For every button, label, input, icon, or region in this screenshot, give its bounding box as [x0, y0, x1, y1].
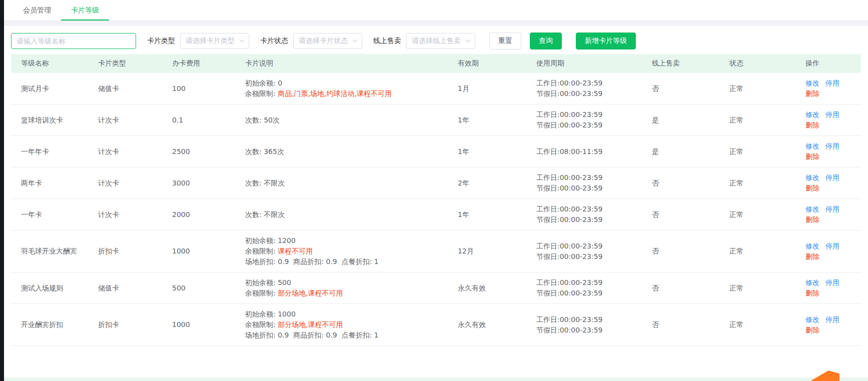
cell-actions: 修改停用删除 — [795, 73, 861, 104]
edit-link[interactable]: 修改 — [805, 316, 819, 324]
edit-link[interactable]: 修改 — [805, 174, 819, 182]
tab-card-level[interactable]: 卡片等级 — [61, 0, 109, 20]
disable-link[interactable]: 停用 — [825, 316, 839, 324]
edit-link[interactable]: 修改 — [805, 278, 819, 286]
table-row: 一年卡 计次卡 2000 次数: 不限次 1年 工作日:00:00-23:59节… — [11, 199, 861, 230]
cell-validity: 1年 — [448, 199, 526, 230]
tab-member-management[interactable]: 会员管理 — [13, 0, 61, 20]
delete-link[interactable]: 删除 — [805, 152, 819, 160]
edit-link[interactable]: 修改 — [805, 79, 819, 87]
cell-online-sale: 是 — [642, 104, 719, 136]
cell-card-type: 计次卡 — [88, 168, 162, 199]
cell-status: 正常 — [719, 136, 795, 168]
edit-link[interactable]: 修改 — [805, 142, 819, 150]
filter-toolbar: 卡片类型 请选择卡片类型 卡片状态 请选择卡片状态 线上售卖 请选择线上售卖 重… — [4, 26, 868, 54]
reset-button[interactable]: 重置 — [489, 32, 521, 50]
card-type-label: 卡片类型 — [147, 36, 175, 46]
delete-link[interactable]: 删除 — [805, 216, 819, 224]
usage-period-line: 工作日:00:00-23:59 — [536, 110, 638, 120]
description-line: 初始余额: 500 — [245, 278, 444, 288]
usage-period-line: 工作日:00:00-23:59 — [536, 241, 638, 252]
cell-online-sale: 否 — [642, 304, 719, 346]
usage-period-line: 节假日:00:00-23:59 — [536, 252, 638, 262]
table-row: 羽毛球开业大酬宾 折扣卡 1000 初始余额: 1200余额限制: 课程不可用场… — [11, 230, 861, 272]
delete-link[interactable]: 删除 — [805, 289, 819, 297]
search-button[interactable]: 查询 — [530, 32, 562, 50]
cell-actions: 修改停用删除 — [795, 104, 861, 136]
column-header: 等级名称 — [11, 54, 88, 73]
table-row: 开业酬宾折扣 折扣卡 1000 初始余额: 1000余额限制: 部分场地,课程不… — [11, 304, 861, 346]
disable-link[interactable]: 停用 — [825, 110, 839, 118]
cell-status: 正常 — [719, 272, 795, 304]
cell-fee: 100 — [162, 73, 235, 104]
online-sale-select[interactable]: 请选择线上售卖 — [406, 33, 475, 49]
cell-card-type: 计次卡 — [88, 136, 162, 168]
cell-status: 正常 — [719, 304, 795, 346]
cell-validity: 1年 — [448, 104, 526, 136]
usage-period-line: 节假日:00:00-23:59 — [536, 88, 638, 99]
cell-fee: 500 — [162, 272, 235, 304]
table-row: 两年卡 计次卡 3000 次数: 不限次 2年 工作日:00:00-23:59节… — [11, 168, 861, 199]
level-name-input[interactable] — [11, 33, 136, 49]
cell-usage-period: 工作日:00:00-23:59节假日:00:00-23:59 — [526, 230, 642, 272]
disable-link[interactable]: 停用 — [825, 205, 839, 213]
cell-validity: 1年 — [448, 136, 526, 168]
cell-online-sale: 否 — [642, 230, 719, 272]
column-header: 状态 — [719, 54, 795, 73]
cell-fee: 2000 — [162, 199, 235, 230]
cell-online-sale: 是 — [642, 136, 719, 168]
next-section-edge — [4, 378, 868, 381]
cell-actions: 修改停用删除 — [795, 199, 861, 230]
cell-level-name: 一年卡 — [11, 199, 88, 230]
cell-description: 初始余额: 1200余额限制: 课程不可用场地折扣: 0.9 商品折扣: 0.9… — [235, 230, 448, 272]
cell-actions: 修改停用删除 — [795, 136, 861, 168]
disable-link[interactable]: 停用 — [825, 242, 839, 250]
usage-period-line: 工作日:00:00-23:59 — [536, 204, 638, 214]
edit-link[interactable]: 修改 — [805, 110, 819, 118]
edit-link[interactable]: 修改 — [805, 205, 819, 213]
disable-link[interactable]: 停用 — [825, 174, 839, 182]
chevron-down-icon — [466, 37, 471, 42]
delete-link[interactable]: 删除 — [805, 184, 819, 192]
disable-link[interactable]: 停用 — [825, 142, 839, 150]
online-sale-select-placeholder: 请选择线上售卖 — [412, 36, 461, 46]
description-line: 余额限制: 课程不可用 — [245, 246, 444, 256]
add-card-level-button[interactable]: 新增卡片等级 — [576, 32, 636, 50]
cell-card-type: 储值卡 — [88, 73, 162, 104]
floating-widget-icon[interactable] — [810, 370, 839, 381]
table-row: 测试月卡 储值卡 100 初始余额: 0余额限制: 商品,门票,场地,约球活动,… — [11, 73, 861, 104]
table-header: 等级名称卡片类型办卡费用卡片说明有效期使用周期线上售卖状态操作 — [11, 54, 861, 73]
column-header: 卡片说明 — [235, 54, 448, 73]
cell-level-name: 测试月卡 — [11, 73, 88, 104]
delete-link[interactable]: 删除 — [805, 252, 819, 260]
column-header: 办卡费用 — [162, 54, 235, 73]
edit-link[interactable]: 修改 — [805, 242, 819, 250]
cell-usage-period: 工作日:00:00-23:59节假日:00:00-23:59 — [526, 272, 642, 304]
disable-link[interactable]: 停用 — [825, 278, 839, 286]
usage-period-line: 节假日:00:00-23:59 — [536, 214, 638, 225]
card-type-select[interactable]: 请选择卡片类型 — [180, 33, 249, 49]
cell-card-type: 计次卡 — [88, 104, 162, 136]
cell-description: 次数: 不限次 — [235, 199, 448, 230]
usage-period-line: 节假日:00:00-23:59 — [536, 120, 638, 130]
delete-link[interactable]: 删除 — [805, 90, 819, 98]
table-row: 篮球培训次卡 计次卡 0.1 次数: 50次 1年 工作日:00:00-23:5… — [11, 104, 861, 136]
cell-description: 次数: 不限次 — [235, 168, 448, 199]
cell-usage-period: 工作日:00:00-23:59节假日:00:00-23:59 — [526, 168, 642, 199]
description-line: 次数: 不限次 — [245, 178, 444, 188]
description-line: 余额限制: 商品,门票,场地,约球活动,课程不可用 — [245, 88, 444, 99]
card-status-select[interactable]: 请选择卡片状态 — [293, 33, 362, 49]
delete-link[interactable]: 删除 — [805, 121, 819, 129]
delete-link[interactable]: 删除 — [805, 326, 819, 334]
cell-level-name: 开业酬宾折扣 — [11, 304, 88, 346]
card-type-select-placeholder: 请选择卡片类型 — [186, 36, 235, 46]
description-line: 初始余额: 0 — [245, 78, 444, 88]
cell-status: 正常 — [719, 230, 795, 272]
cell-status: 正常 — [719, 168, 795, 199]
disable-link[interactable]: 停用 — [825, 79, 839, 87]
table-row: 一年年卡 计次卡 2500 次数: 365次 1年 工作日:08:00-11:5… — [11, 136, 861, 168]
cell-online-sale: 否 — [642, 272, 719, 304]
cell-description: 初始余额: 1000余额限制: 部分场地,课程不可用场地折扣: 0.9 商品折扣… — [235, 304, 448, 346]
cell-card-type: 计次卡 — [88, 199, 162, 230]
cell-actions: 修改停用删除 — [795, 304, 861, 346]
